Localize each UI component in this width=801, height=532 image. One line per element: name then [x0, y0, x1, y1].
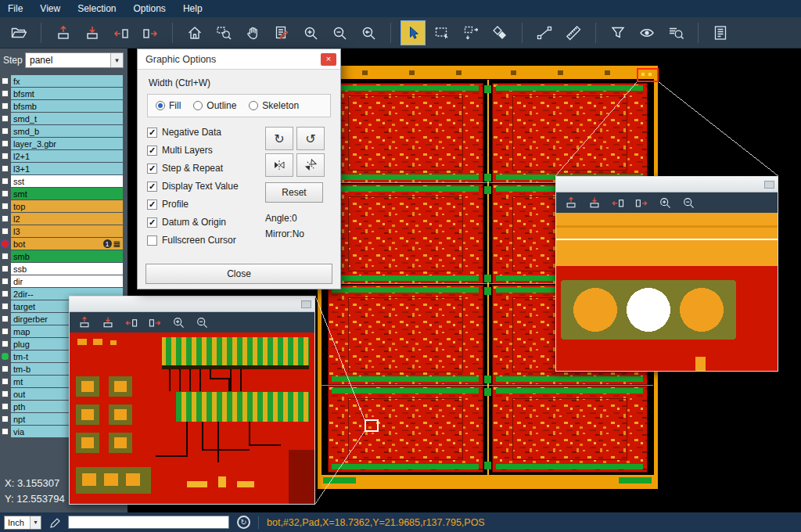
layer-visibility-checkbox[interactable]	[2, 215, 9, 222]
view-options-button[interactable]	[634, 20, 659, 45]
layer-cell[interactable]: top	[11, 200, 123, 212]
layer-cell[interactable]: bfsmb	[11, 100, 123, 112]
width-radio[interactable]: Skeleton	[249, 100, 299, 111]
import-right-button[interactable]	[138, 20, 163, 45]
import-top-button[interactable]	[76, 314, 93, 331]
layer-visibility-checkbox[interactable]	[2, 228, 9, 235]
layer-visibility-checkbox[interactable]	[2, 315, 9, 322]
layer-row[interactable]: top	[0, 200, 128, 212]
layer-visibility-checkbox[interactable]	[2, 378, 9, 385]
layer-visibility-checkbox[interactable]	[2, 303, 9, 310]
dialog-titlebar[interactable]: Graphic Options ×	[138, 49, 340, 70]
import-left-button[interactable]	[609, 194, 627, 211]
layer-visibility-checkbox[interactable]	[2, 428, 9, 435]
rect-select-button[interactable]	[429, 20, 454, 45]
layer-cell[interactable]: smt	[11, 188, 123, 200]
import-left-button[interactable]	[109, 20, 134, 45]
rotate-cw-button[interactable]: ↻	[265, 127, 293, 150]
import-bottom-button[interactable]	[99, 314, 117, 331]
command-input[interactable]	[68, 516, 229, 529]
layer-cell[interactable]: bfsmt	[11, 88, 123, 99]
layer-row[interactable]: l3	[0, 225, 128, 237]
pan-button[interactable]	[240, 20, 265, 45]
layer-row[interactable]: l2+1	[0, 150, 128, 162]
layer-visibility-checkbox[interactable]	[2, 278, 9, 285]
zoom-out-button[interactable]	[193, 314, 210, 331]
layer-row[interactable]: dir	[0, 275, 128, 287]
import-left-button[interactable]	[123, 314, 140, 331]
layer-cell[interactable]: smd_t	[11, 113, 123, 124]
option-checkbox[interactable]: Fullscreen Cursor	[147, 235, 265, 246]
measure-button[interactable]	[561, 20, 586, 45]
note-button[interactable]	[269, 20, 294, 45]
import-bottom-button[interactable]	[586, 194, 603, 211]
close-button[interactable]: Close	[145, 264, 332, 284]
menu-item[interactable]: View	[40, 3, 60, 14]
layer-row[interactable]: ssb	[0, 263, 128, 275]
layer-row[interactable]: smb	[0, 250, 128, 262]
layer-cell[interactable]: l2+1	[11, 150, 123, 162]
option-checkbox[interactable]: Profile	[147, 199, 265, 210]
layer-visibility-checkbox[interactable]	[2, 353, 9, 360]
zoom-in-button[interactable]	[656, 194, 673, 211]
layer-cell[interactable]: l2	[11, 213, 123, 225]
transform-select-button[interactable]	[458, 20, 483, 45]
layer-cell[interactable]: sst	[11, 175, 123, 187]
step-select[interactable]: panel ▾	[25, 52, 124, 68]
layer-visibility-checkbox[interactable]	[2, 290, 9, 297]
mirror-diagonal-button[interactable]	[296, 153, 325, 177]
import-bottom-button[interactable]	[80, 20, 105, 45]
layer-visibility-checkbox[interactable]	[2, 102, 9, 110]
layer-row[interactable]: fx	[0, 75, 128, 87]
option-checkbox[interactable]: Step & Repeat	[147, 163, 265, 174]
layer-visibility-checkbox[interactable]	[2, 140, 9, 147]
menu-item[interactable]: File	[8, 3, 23, 14]
refresh-button[interactable]: ↻	[237, 516, 250, 529]
option-checkbox[interactable]: Negative Data	[147, 127, 265, 138]
menu-item[interactable]: Help	[183, 3, 203, 14]
import-top-button[interactable]	[51, 20, 76, 45]
layer-row[interactable]: smt	[0, 188, 128, 200]
layer-row[interactable]: bfsmt	[0, 88, 128, 99]
layer-row[interactable]: l3+1	[0, 163, 128, 174]
layer-visibility-checkbox[interactable]	[2, 77, 9, 84]
select-button[interactable]	[400, 20, 426, 45]
layer-visibility-checkbox[interactable]	[2, 415, 9, 422]
menu-item[interactable]: Selection	[77, 3, 116, 14]
text-search-button[interactable]	[663, 20, 688, 45]
rotate-ccw-button[interactable]: ↺	[296, 127, 325, 150]
layer-visibility-checkbox[interactable]	[2, 328, 9, 335]
zoom-out-button[interactable]	[680, 194, 697, 211]
layer-cell[interactable]: bot 1 ▦	[11, 238, 123, 250]
import-right-button[interactable]	[146, 314, 163, 331]
option-checkbox[interactable]: Multi Layers	[147, 145, 265, 156]
layer-visibility-checkbox[interactable]	[2, 365, 9, 372]
layer-visibility-checkbox[interactable]	[2, 190, 9, 197]
option-checkbox[interactable]: Datum & Origin	[147, 217, 265, 228]
layer-compare-button[interactable]	[487, 20, 512, 45]
layer-visibility-checkbox[interactable]	[2, 90, 9, 97]
width-radio[interactable]: Outline	[193, 100, 236, 111]
layer-visibility-checkbox[interactable]	[2, 178, 9, 185]
layer-cell[interactable]: layer_3.gbr	[11, 138, 123, 149]
layer-cell[interactable]: fx	[11, 75, 123, 87]
layer-visibility-checkbox[interactable]	[2, 240, 9, 247]
layer-row[interactable]: layer_3.gbr	[0, 138, 128, 149]
magnifier-window-2[interactable]	[555, 176, 778, 372]
zoom-window-button[interactable]	[211, 20, 236, 45]
layer-cell[interactable]: smb	[11, 250, 123, 262]
menu-item[interactable]: Options	[134, 3, 166, 14]
layer-cell[interactable]: dir	[11, 275, 123, 287]
layer-visibility-checkbox[interactable]	[2, 165, 9, 172]
option-checkbox[interactable]: Display Text Value	[147, 181, 265, 192]
layer-visibility-checkbox[interactable]	[2, 253, 9, 260]
layer-row[interactable]: smd_b	[0, 125, 128, 137]
report-button[interactable]	[708, 20, 733, 45]
window-control-button[interactable]	[301, 300, 311, 308]
layer-row[interactable]: sst	[0, 175, 128, 187]
layer-visibility-checkbox[interactable]	[2, 390, 9, 397]
zoom-in-button[interactable]	[298, 20, 323, 45]
layer-visibility-checkbox[interactable]	[2, 403, 9, 410]
zoom-in-button[interactable]	[170, 314, 187, 331]
unit-select[interactable]: Inch ▾	[4, 516, 41, 530]
